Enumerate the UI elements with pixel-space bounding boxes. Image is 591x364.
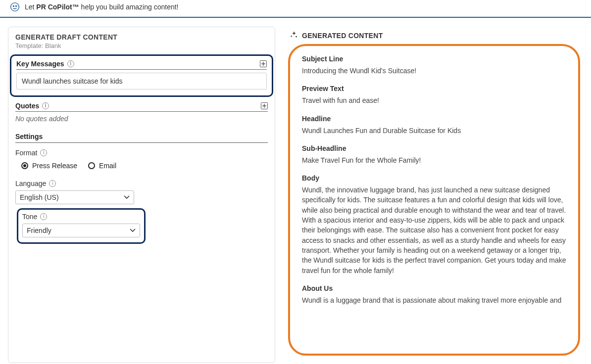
settings-header: Settings: [15, 133, 268, 143]
subheadline-text: Make Travel Fun for the Whole Family!: [302, 155, 566, 165]
svg-point-1: [13, 5, 14, 6]
info-icon[interactable]: i: [49, 180, 56, 187]
quotes-empty: No quotes added: [15, 115, 268, 123]
tone-highlight: Tone i Friendly: [17, 208, 146, 244]
key-messages-label: Key Messages i: [16, 60, 74, 68]
topbar: Let PR CoPilot™ help you build amazing c…: [0, 0, 591, 18]
key-message-input[interactable]: Wundl launches suitcase for kids: [16, 73, 267, 90]
info-icon[interactable]: i: [67, 60, 74, 67]
language-value: English (US): [20, 193, 59, 201]
key-messages-highlight: Key Messages i Wundl launches suitcase f…: [10, 54, 273, 97]
generated-content-highlight: Subject Line Introducing the Wundl Kid's…: [288, 44, 580, 356]
tagline-prefix: Let: [25, 3, 36, 11]
preview-text-value: Travel with fun and ease!: [302, 95, 566, 105]
body-text: Wundl, the innovative luggage brand, has…: [302, 185, 566, 275]
subject-line-text: Introducing the Wundl Kid's Suitcase!: [302, 66, 566, 76]
panel-title: GENERATE DRAFT CONTENT: [15, 33, 268, 41]
generated-content-header: GENERATED CONTENT: [302, 32, 383, 40]
language-label-row: Language i: [15, 180, 268, 187]
svg-point-0: [11, 3, 19, 11]
info-icon[interactable]: i: [40, 213, 47, 220]
about-text: Wundl is a luggage brand that is passion…: [302, 295, 566, 305]
tagline-suffix: help you build amazing content!: [79, 3, 179, 11]
quotes-label: Quotes i: [15, 102, 49, 110]
svg-point-2: [16, 5, 17, 6]
tone-value: Friendly: [27, 227, 51, 234]
subheadline-label: Sub-Headline: [302, 144, 566, 152]
subject-line-label: Subject Line: [302, 55, 566, 63]
body-label: Body: [302, 174, 566, 182]
tagline-bold: PR CoPilot™: [36, 3, 79, 11]
generate-draft-panel: GENERATE DRAFT CONTENT Template: Blank K…: [8, 27, 275, 363]
tone-label: Tone: [22, 213, 37, 221]
sparkle-icon: [290, 31, 298, 40]
headline-label: Headline: [302, 115, 566, 123]
info-icon[interactable]: i: [42, 102, 49, 109]
radio-unselected-icon: [88, 162, 95, 169]
template-label: Template: Blank: [15, 42, 268, 49]
format-label: Format: [15, 149, 37, 157]
language-label: Language: [15, 180, 46, 187]
tagline: Let PR CoPilot™ help you build amazing c…: [25, 3, 179, 11]
language-select[interactable]: English (US): [15, 190, 134, 204]
preview-text-label: Preview Text: [302, 85, 566, 92]
copilot-icon: [10, 2, 20, 12]
format-email-option[interactable]: Email: [88, 162, 116, 170]
main: GENERATE DRAFT CONTENT Template: Blank K…: [0, 18, 591, 363]
add-key-message-icon[interactable]: [260, 60, 267, 67]
format-press-release-option[interactable]: Press Release: [21, 162, 77, 170]
chevron-down-icon: [130, 227, 136, 234]
radio-selected-icon: [21, 162, 28, 169]
add-quote-icon[interactable]: [261, 102, 268, 109]
chevron-down-icon: [124, 194, 130, 201]
info-icon[interactable]: i: [40, 149, 47, 156]
tone-select[interactable]: Friendly: [22, 224, 140, 237]
about-label: About Us: [302, 284, 566, 292]
format-label-row: Format i: [15, 149, 268, 157]
headline-text: Wundl Launches Fun and Durable Suitcase …: [302, 126, 566, 136]
generated-content-panel: GENERATED CONTENT Subject Line Introduci…: [285, 27, 583, 363]
